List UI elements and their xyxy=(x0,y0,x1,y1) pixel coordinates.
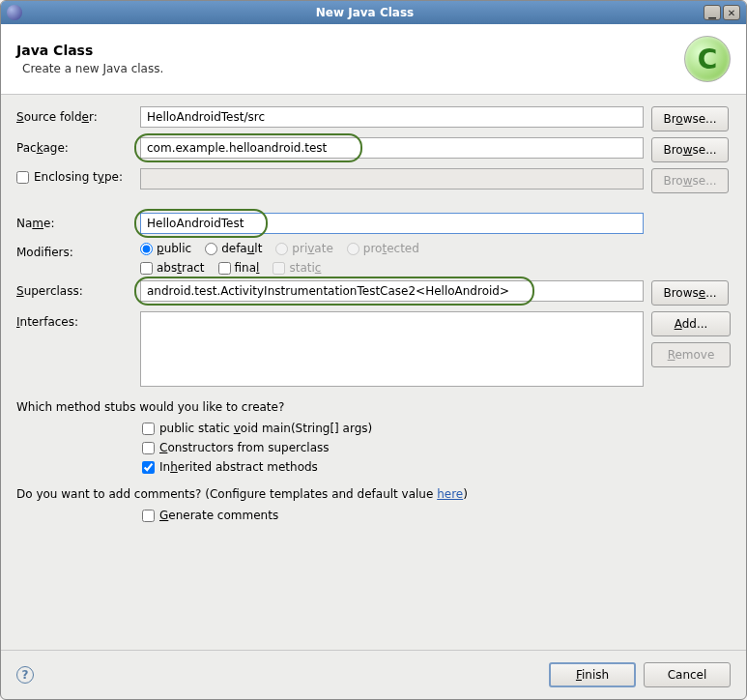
wizard-header: Java Class Create a new Java class. C xyxy=(1,24,746,95)
header-sub: Create a new Java class. xyxy=(22,62,684,75)
stub-main-label: public static void main(String[] args) xyxy=(159,422,372,435)
enclosing-type-label: Enclosing type: xyxy=(34,170,123,184)
browse-source-button[interactable]: Browse... xyxy=(651,106,729,131)
dialog-footer: ? Finish Cancel xyxy=(1,650,746,699)
modifier-abstract-label: abstract xyxy=(157,261,205,275)
stub-inherited-checkbox[interactable] xyxy=(142,461,155,474)
form-content: Source folder: Browse... Package: Browse… xyxy=(1,95,746,650)
package-label: Package: xyxy=(16,141,69,155)
remove-interface-button: Remove xyxy=(651,342,731,367)
dialog-window: New Java Class ▁ ✕ Java Class Create a n… xyxy=(0,0,747,700)
generate-comments-label: Generate comments xyxy=(159,509,278,522)
help-icon[interactable]: ? xyxy=(16,666,34,684)
eclipse-icon xyxy=(7,5,22,20)
enclosing-type-checkbox[interactable] xyxy=(16,171,29,184)
modifier-public-radio[interactable] xyxy=(140,243,153,255)
cancel-button[interactable]: Cancel xyxy=(644,662,731,687)
stub-constructors-label: Constructors from superclass xyxy=(159,441,330,454)
modifier-abstract-checkbox[interactable] xyxy=(140,262,153,275)
add-interface-button[interactable]: Add... xyxy=(651,311,731,336)
stub-constructors-checkbox[interactable] xyxy=(142,442,155,454)
enclosing-type-input xyxy=(140,168,644,190)
stubs-question: Which method stubs would you like to cre… xyxy=(16,400,731,414)
modifier-protected-label: protected xyxy=(363,242,419,255)
modifiers-label: Modifiers: xyxy=(16,246,73,259)
modifier-default-label: default xyxy=(221,242,262,255)
browse-enclosing-button: Browse... xyxy=(651,168,729,193)
browse-superclass-button[interactable]: Browse... xyxy=(651,280,729,306)
finish-button[interactable]: Finish xyxy=(549,662,636,687)
stub-inherited-label: Inherited abstract methods xyxy=(159,460,318,474)
interfaces-listbox[interactable] xyxy=(140,311,644,387)
superclass-input[interactable] xyxy=(140,280,644,302)
modifier-default-radio[interactable] xyxy=(205,243,217,255)
comments-question: Do you want to add comments? (Configure … xyxy=(16,487,731,501)
minimize-button[interactable]: ▁ xyxy=(704,5,721,20)
name-input[interactable] xyxy=(140,213,644,234)
name-label: Name: xyxy=(16,217,54,230)
stub-main-checkbox[interactable] xyxy=(142,423,155,435)
modifier-final-checkbox[interactable] xyxy=(218,262,231,275)
modifier-private-label: private xyxy=(292,242,332,255)
interfaces-label: Interfaces: xyxy=(16,315,78,329)
package-input[interactable] xyxy=(140,137,644,159)
modifier-static-label: static xyxy=(289,261,321,275)
source-folder-input[interactable] xyxy=(140,106,644,128)
modifier-static-checkbox xyxy=(273,262,285,275)
close-button[interactable]: ✕ xyxy=(723,5,740,20)
superclass-label: Superclass: xyxy=(16,284,83,298)
modifier-public-label: public xyxy=(157,242,191,255)
modifier-final-label: final xyxy=(235,261,260,275)
class-icon: C xyxy=(684,36,731,82)
titlebar[interactable]: New Java Class ▁ ✕ xyxy=(1,1,746,24)
configure-templates-link[interactable]: here xyxy=(437,487,463,501)
source-folder-label: Source folder: xyxy=(16,110,98,124)
generate-comments-checkbox[interactable] xyxy=(142,510,155,522)
window-title: New Java Class xyxy=(28,6,702,19)
browse-package-button[interactable]: Browse... xyxy=(651,137,729,162)
header-heading: Java Class xyxy=(16,43,684,58)
modifier-private-radio xyxy=(275,243,288,255)
modifier-protected-radio xyxy=(347,243,359,255)
